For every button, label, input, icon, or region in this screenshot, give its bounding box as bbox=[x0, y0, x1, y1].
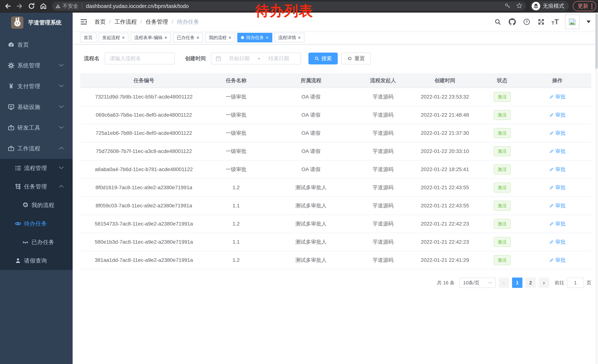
cell-created: 2022-01-22 23:53:32 bbox=[409, 88, 481, 106]
tab-发起流程[interactable]: 发起流程× bbox=[99, 33, 128, 42]
status-badge: 激活 bbox=[494, 110, 511, 120]
briefcase-icon bbox=[8, 145, 15, 152]
sidebar-item-leave-query[interactable]: 请假查询 bbox=[0, 251, 73, 270]
approve-link[interactable]: 审批 bbox=[549, 257, 566, 264]
end-date-placeholder[interactable]: 结束日期 bbox=[261, 55, 297, 62]
bookmark-star-icon[interactable] bbox=[516, 2, 523, 10]
tab-close-icon[interactable]: × bbox=[298, 35, 301, 40]
tab-首页[interactable]: 首页 bbox=[80, 33, 96, 42]
tab-已办任务[interactable]: 已办任务× bbox=[173, 33, 203, 42]
cell-process: 测试多审批人 bbox=[265, 197, 357, 215]
tab-close-icon[interactable]: × bbox=[266, 35, 269, 40]
cell-created: 2022-01-21 22:42:23 bbox=[409, 215, 481, 233]
browser-home-button[interactable] bbox=[37, 0, 49, 12]
password-key-icon[interactable] bbox=[504, 2, 511, 10]
help-icon[interactable]: ? bbox=[523, 18, 531, 26]
sidebar-toggle-icon[interactable] bbox=[80, 18, 88, 26]
sidebar-item-process-management[interactable]: 流程管理 bbox=[0, 159, 73, 177]
tab-close-icon[interactable]: × bbox=[229, 35, 231, 40]
eye-closed-icon bbox=[22, 239, 29, 246]
app-logo-row[interactable]: 芋道管理系统 bbox=[0, 13, 73, 32]
cell-process: OA 请假 bbox=[265, 106, 357, 124]
sidebar-item-workflow[interactable]: 工作流程 bbox=[0, 138, 73, 159]
approve-link[interactable]: 审批 bbox=[549, 184, 566, 191]
cell-task-id: 725a1eb6-7b88-11ec-8ef0-acde48001122 bbox=[80, 124, 208, 142]
approve-link[interactable]: 审批 bbox=[549, 166, 566, 173]
approve-link[interactable]: 审批 bbox=[549, 148, 566, 155]
approve-link[interactable]: 审批 bbox=[549, 129, 566, 137]
browser-forward-button[interactable] bbox=[14, 0, 25, 12]
date-range-picker[interactable]: 开始日期 - 结束日期 bbox=[211, 53, 301, 65]
tab-close-icon[interactable]: × bbox=[122, 35, 125, 40]
approve-link[interactable]: 审批 bbox=[549, 202, 566, 209]
next-page-button[interactable]: › bbox=[539, 277, 549, 288]
tab-close-icon[interactable]: × bbox=[196, 35, 199, 40]
chevron-down-icon bbox=[59, 105, 64, 109]
cell-task-name: 1.2 bbox=[208, 251, 265, 269]
fullscreen-icon[interactable] bbox=[537, 18, 545, 26]
security-warning[interactable]: 不安全 bbox=[55, 3, 78, 10]
goto-page-input[interactable] bbox=[567, 277, 584, 288]
browser-reload-button[interactable] bbox=[25, 0, 37, 12]
header-search-icon[interactable] bbox=[494, 18, 502, 26]
svg-text:?: ? bbox=[526, 20, 528, 24]
avatar-dropdown-caret[interactable] bbox=[587, 21, 590, 23]
sidebar-item-payment[interactable]: ¥ 支付管理 bbox=[0, 76, 73, 97]
tab-待办任务[interactable]: 待办任务× bbox=[237, 33, 272, 42]
cell-created: 2022-01-21 22:43:55 bbox=[409, 178, 481, 197]
breadcrumb-home[interactable]: 首页 bbox=[94, 18, 106, 26]
cell-created: 2022-01-22 21:37:30 bbox=[409, 124, 481, 142]
page-button-1[interactable]: 1 bbox=[512, 277, 523, 288]
cell-created: 2022-01-21 22:43:55 bbox=[409, 197, 481, 215]
status-badge: 激活 bbox=[494, 164, 511, 174]
tab-流程详情[interactable]: 流程详情× bbox=[274, 33, 304, 42]
cell-created: 2022-01-22 18:25:41 bbox=[409, 160, 481, 178]
reset-button[interactable]: 重置 bbox=[341, 53, 371, 65]
browser-update-button[interactable]: 更新 bbox=[573, 1, 596, 11]
avatar[interactable] bbox=[565, 15, 580, 29]
tab-流程表单-编辑[interactable]: 流程表单-编辑× bbox=[131, 33, 171, 42]
approve-link[interactable]: 审批 bbox=[549, 220, 566, 227]
start-date-placeholder[interactable]: 开始日期 bbox=[221, 55, 257, 62]
sidebar-item-system[interactable]: 系统管理 bbox=[0, 55, 73, 76]
user-headset-icon bbox=[22, 202, 29, 209]
update-label: 更新 bbox=[578, 2, 588, 10]
page-scrollbar[interactable] bbox=[595, 13, 598, 364]
sidebar-item-infrastructure[interactable]: 基础设施 bbox=[0, 97, 73, 117]
status-badge: 激活 bbox=[494, 237, 511, 247]
annotation-todo-list-title: 待办列表 bbox=[255, 1, 313, 21]
process-name-input[interactable] bbox=[105, 53, 175, 65]
github-icon[interactable] bbox=[508, 18, 516, 26]
breadcrumb-workflow[interactable]: 工作流程 bbox=[115, 18, 137, 26]
sidebar-item-todo-tasks[interactable]: 待办任务 bbox=[0, 214, 73, 233]
page-button-2[interactable]: 2 bbox=[525, 277, 536, 288]
sidebar-item-done-tasks[interactable]: 已办任务 bbox=[0, 233, 73, 251]
chevron-down-icon bbox=[488, 281, 492, 284]
approve-link[interactable]: 审批 bbox=[549, 238, 566, 245]
tab-我的流程[interactable]: 我的流程× bbox=[205, 33, 235, 42]
search-button[interactable]: 搜索 bbox=[308, 53, 338, 65]
font-size-icon[interactable]: TT bbox=[551, 18, 559, 25]
sidebar-item-task-management[interactable]: 任务管理 bbox=[0, 177, 73, 196]
edit-pencil-icon bbox=[549, 94, 554, 99]
sidebar-item-home[interactable]: 首页 bbox=[0, 34, 73, 55]
sidebar-item-my-process[interactable]: 我的流程 bbox=[0, 196, 73, 214]
sidebar-menu: 首页 系统管理 ¥ 支付管理 bbox=[0, 34, 73, 270]
breadcrumb-task-management[interactable]: 任务管理 bbox=[146, 18, 168, 26]
approve-link[interactable]: 审批 bbox=[549, 112, 566, 119]
approve-link[interactable]: 审批 bbox=[549, 93, 566, 100]
cell-task-id: 069c6a63-7b8a-11ec-8ef0-acde48001122 bbox=[80, 106, 208, 124]
page-size-select[interactable]: 10条/页 bbox=[459, 277, 496, 288]
workflow-submenu: 流程管理 任务管理 bbox=[0, 159, 73, 270]
tab-close-icon[interactable]: × bbox=[164, 35, 167, 40]
browser-menu-icon[interactable] bbox=[591, 4, 592, 9]
scrollbar-thumb[interactable] bbox=[595, 13, 598, 69]
status-badge: 激活 bbox=[494, 255, 511, 265]
cell-created: 2022-01-21 22:41:29 bbox=[409, 251, 481, 269]
status-badge: 激活 bbox=[494, 128, 511, 138]
cell-task-name: 1.1 bbox=[208, 233, 265, 251]
app-title: 芋道管理系统 bbox=[28, 19, 61, 26]
browser-back-button[interactable] bbox=[2, 0, 14, 12]
sidebar-item-dev-tools[interactable]: 研发工具 bbox=[0, 117, 73, 138]
prev-page-button[interactable]: ‹ bbox=[499, 277, 509, 288]
